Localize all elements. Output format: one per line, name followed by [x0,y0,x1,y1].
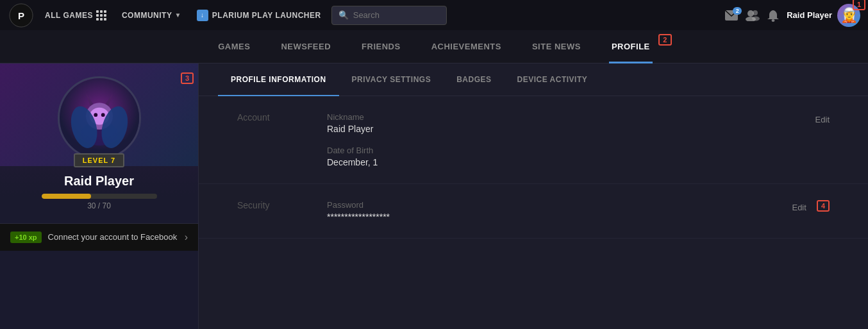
account-fields: Nickname Raid Player Date of Birth Decem… [327,112,790,167]
svg-point-4 [753,10,758,15]
facebook-connect-text: Connect your account to Facebook [48,232,178,243]
svg-point-15 [101,113,104,117]
dob-value: December, 1 [327,157,790,167]
chevron-right-icon: › [185,232,188,243]
dob-field-group: Date of Birth December, 1 [327,146,790,167]
security-section: Security Password ****************** Edi… [199,184,868,239]
sidebar: LEVEL 7 Raid Player 30 / 70 +10 xp Conne… [0,63,199,329]
tab-badges[interactable]: BADGES [444,63,504,96]
friends-button[interactable] [746,10,760,21]
account-edit-link[interactable]: Edit [815,112,830,124]
security-label: Security [237,200,301,222]
nickname-label: Nickname [327,112,790,122]
xp-bar-track [42,194,157,199]
password-label: Password [327,200,766,210]
community-label: COMMUNITY [122,11,172,20]
avatar-image [60,78,139,158]
all-games-label: ALL GAMES [45,11,93,20]
dob-label: Date of Birth [327,146,790,155]
profile-tabs: 3 PROFILE INFORMATION PRIVACY SETTINGS B… [199,63,868,96]
xp-label: 30 / 70 [87,201,111,210]
username-display: Raid Player [787,10,832,20]
tab-site-news[interactable]: SITE NEWS [530,30,583,63]
tab-device-activity[interactable]: DEVICE ACTIVITY [505,63,601,96]
profile-content: 3 PROFILE INFORMATION PRIVACY SETTINGS B… [199,63,868,329]
annotation-2: 2 [658,34,672,46]
messages-button[interactable]: 2 [725,10,738,21]
profile-avatar [58,76,141,160]
xp-bar-fill [42,194,91,199]
community-button[interactable]: COMMUNITY ▼ [117,11,187,20]
tab-games[interactable]: GAMES [215,30,253,63]
chevron-down-icon: ▼ [174,12,181,19]
password-field-group: Password ****************** [327,200,766,222]
security-edit-link[interactable]: Edit [792,200,806,212]
tab-friends[interactable]: FRIENDS [359,30,403,63]
plarium-logo[interactable]: P [8,2,35,29]
notifications-button[interactable] [767,9,779,22]
svg-point-14 [94,113,97,117]
xp-bonus-badge: +10 xp [10,232,42,243]
xp-bar [42,194,157,199]
facebook-connect-prompt[interactable]: +10 xp Connect your account to Facebook … [0,223,198,251]
download-icon: ↓ [197,10,208,21]
tab-profile[interactable]: PROFILE 2 [609,30,653,63]
all-games-button[interactable]: ALL GAMES [40,10,112,21]
grid-icon [96,10,106,21]
launcher-button[interactable]: ↓ PLARIUM PLAY LAUNCHER [192,10,326,21]
main-content: LEVEL 7 Raid Player 30 / 70 +10 xp Conne… [0,63,868,329]
secondary-navigation: GAMES NEWSFEED FRIENDS ACHIEVEMENTS SITE… [0,30,868,63]
nickname-value: Raid Player [327,124,790,134]
level-badge: LEVEL 7 [74,153,124,167]
svg-text:P: P [18,10,24,21]
user-menu[interactable]: Raid Player 🧝 1 [787,4,860,27]
avatar: 🧝 [837,4,860,27]
account-label: Account [237,112,301,167]
sidebar-username: Raid Player [64,174,134,189]
top-navigation: P ALL GAMES COMMUNITY ▼ ↓ PLARIUM PLAY L… [0,0,868,30]
account-section: Account Nickname Raid Player Date of Bir… [199,96,868,184]
messages-badge: 2 [733,7,742,15]
nickname-field-group: Nickname Raid Player [327,112,790,134]
svg-point-7 [772,19,775,22]
search-bar[interactable]: 🔍 [331,6,447,25]
tab-newsfeed[interactable]: NEWSFEED [278,30,333,63]
tab-achievements[interactable]: ACHIEVEMENTS [429,30,504,63]
search-icon: 🔍 [338,10,349,20]
annotation-4: 4 [817,200,830,212]
tab-profile-information[interactable]: PROFILE INFORMATION [218,63,339,96]
tab-privacy-settings[interactable]: PRIVACY SETTINGS [339,63,444,96]
launcher-label: PLARIUM PLAY LAUNCHER [212,11,321,20]
svg-point-6 [752,16,760,21]
password-value: ****************** [327,212,766,222]
search-input[interactable] [353,10,430,20]
security-fields: Password ****************** [327,200,766,222]
nav-icons: 2 Raid Player 🧝 1 [725,4,860,27]
